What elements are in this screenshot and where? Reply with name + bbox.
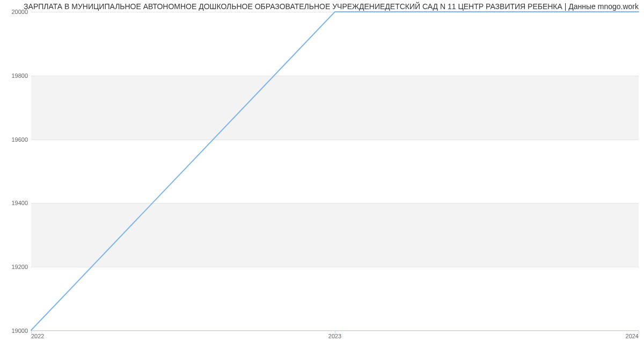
x-tickmark (639, 331, 639, 334)
y-tick-label: 19600 (2, 136, 28, 143)
x-tick-label: 2024 (626, 333, 639, 339)
chart-title: ЗАРПЛАТА В МУНИЦИПАЛЬНОЕ АВТОНОМНОЕ ДОШК… (0, 2, 639, 11)
x-tick-label: 2022 (31, 333, 44, 339)
plot-area (31, 12, 639, 331)
salary-chart: ЗАРПЛАТА В МУНИЦИПАЛЬНОЕ АВТОНОМНОЕ ДОШК… (0, 0, 644, 349)
y-tick-label: 20000 (2, 9, 28, 15)
series-line (31, 12, 639, 330)
y-tick-label: 19800 (2, 72, 28, 79)
y-tick-label: 19200 (2, 264, 28, 270)
y-tick-label: 19400 (2, 200, 28, 206)
y-tick-label: 19000 (2, 328, 28, 334)
line-layer (31, 12, 639, 330)
x-tick-label: 2023 (328, 333, 341, 339)
